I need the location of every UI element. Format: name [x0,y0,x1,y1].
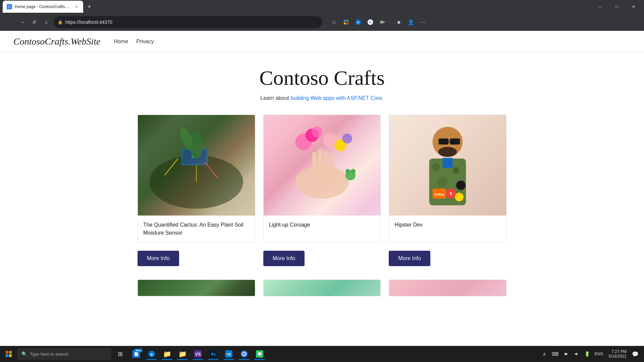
svg-text:e: e [357,20,359,24]
svg-text:G: G [369,20,372,24]
svg-rect-23 [312,152,317,172]
card-6-image-partial [389,280,506,296]
address-input[interactable]: 🔒 https://localhost:44370 [54,16,322,28]
collections-icon[interactable] [341,17,352,27]
svg-point-40 [438,147,457,157]
nav-links: Home Privacy [114,39,154,45]
card-3-body: Hipster Dev [389,216,506,242]
svg-point-31 [342,133,352,143]
page-title: Contoso Crafts [138,66,506,90]
url-display: https://localhost:44370 [65,19,112,25]
card-2-title: Light-up Corsage [269,221,375,229]
btn-cell-1: More Info [138,251,255,273]
favorites-bar-icon[interactable]: ★ [393,17,404,27]
card-2: Light-up Corsage [263,115,381,243]
svg-rect-4 [344,22,346,24]
cards-grid: The Quantified Cactus: An Easy Plant Soi… [138,115,506,243]
menu-button[interactable]: ⋯ [418,17,428,27]
active-tab[interactable]: C Home page - ContosoCrafts.We... ✕ [3,1,83,13]
site-logo[interactable]: ContosoCrafts.WebSite [13,36,101,47]
subtitle-text: Learn about [260,95,290,101]
home-button[interactable]: ⌂ [42,17,51,27]
svg-rect-26 [329,154,334,172]
svg-text:Coding: Coding [434,193,444,196]
separator [390,19,391,25]
cards-grid-row2 [138,280,506,296]
refresh-button[interactable]: ↺ [30,17,39,27]
card-1-title: The Quantified Cactus: An Easy Plant Soi… [143,221,250,237]
card-4-image-partial [138,280,255,296]
card-3-title: Hipster Dev [394,221,501,229]
card-2-body: Light-up Corsage [264,216,381,242]
svg-point-32 [312,126,322,137]
window-controls: ─ □ ✕ [592,1,641,12]
card-5-image-partial [264,280,381,296]
svg-point-53 [457,181,466,190]
svg-point-42 [432,163,440,171]
svg-rect-25 [323,150,328,172]
back-button[interactable]: ← [5,17,15,27]
card-3: Coding 5 Hipster Dev [389,115,506,243]
svg-rect-5 [346,22,348,24]
more-info-buttons-row: More Info More Info More Info [138,251,506,273]
main-content: Contoso Crafts Learn about building Web … [131,53,513,318]
lock-icon: 🔒 [58,20,63,24]
svg-rect-24 [318,148,322,172]
card-1-image [138,115,255,216]
svg-text:5: 5 [450,191,452,196]
site-navigation: ContosoCrafts.WebSite Home Privacy [0,31,644,53]
minimize-button[interactable]: ─ [592,1,608,12]
svg-rect-2 [344,20,346,22]
maximize-button[interactable]: □ [609,1,625,12]
nav-home-link[interactable]: Home [114,39,128,45]
card-1: The Quantified Cactus: An Easy Plant Soi… [138,115,255,243]
subtitle: Learn about building Web apps with ASP.N… [138,95,506,101]
svg-point-44 [438,177,448,187]
subtitle-link[interactable]: building Web apps with ASP.NET Core. [290,95,384,101]
card-4-partial [138,280,255,296]
svg-point-52 [455,193,464,201]
card-1-body: The Quantified Cactus: An Easy Plant Soi… [138,216,255,242]
more-info-button-2[interactable]: More Info [263,251,305,266]
website-content: ContosoCrafts.WebSite Home Privacy Conto… [0,31,644,326]
more-info-button-3[interactable]: More Info [389,251,430,266]
btn-cell-3: More Info [389,251,506,273]
more-info-button-1[interactable]: More Info [138,251,179,266]
svg-rect-38 [450,138,460,144]
svg-rect-10 [380,21,383,23]
nav-privacy-link[interactable]: Privacy [136,39,154,45]
google-icon[interactable]: G [365,17,376,27]
card-5-partial [263,280,381,296]
svg-point-34 [345,169,350,174]
new-tab-button[interactable]: + [85,2,94,11]
profile-icon[interactable]: 👤 [406,17,416,27]
extensions-icon[interactable] [377,17,388,27]
card-2-image [264,115,381,216]
browser-window: C Home page - ContosoCrafts.We... ✕ + ─ … [0,0,644,326]
browser-toolbar: ☆ e G ★ 👤 ⋯ [329,17,428,27]
forward-button[interactable]: → [17,17,27,27]
card-6-partial [389,280,506,296]
svg-point-43 [453,167,460,174]
tab-favicon: C [7,4,12,9]
svg-point-35 [351,169,356,174]
close-button[interactable]: ✕ [626,1,641,12]
address-bar: ← → ↺ ⌂ 🔒 https://localhost:44370 ☆ e G … [0,13,644,31]
svg-rect-37 [439,138,449,144]
tab-title: Home page - ContosoCrafts.We... [15,4,71,9]
svg-text:C: C [8,5,11,9]
tab-bar: C Home page - ContosoCrafts.We... ✕ + ─ … [0,0,644,13]
favorites-icon[interactable]: ☆ [329,17,339,27]
svg-rect-3 [346,20,348,22]
tab-close-button[interactable]: ✕ [74,4,79,9]
svg-rect-11 [383,21,385,23]
btn-cell-2: More Info [263,251,381,273]
edge-icon[interactable]: e [353,17,364,27]
svg-rect-47 [443,158,453,168]
card-3-image: Coding 5 [389,115,506,216]
